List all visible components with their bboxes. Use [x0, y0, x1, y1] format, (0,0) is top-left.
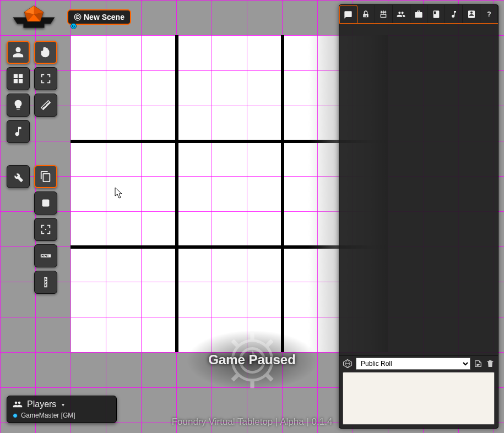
sidebar-tab-journal[interactable] [427, 5, 445, 23]
d20-icon[interactable] [343, 359, 353, 369]
svg-rect-8 [42, 200, 50, 207]
svg-marker-11 [345, 360, 350, 364]
tool-lighting-layer[interactable] [7, 94, 30, 117]
sidebar-tab-scenes[interactable] [375, 5, 393, 23]
players-toggle[interactable]: Players ▾ [13, 399, 111, 409]
tool-select[interactable] [34, 41, 57, 64]
roll-mode-select[interactable]: Public Roll Private GM Roll Blind GM Rol… [356, 358, 470, 370]
sidebar: ? Public Roll Private GM Roll Blind GM R… [339, 4, 498, 429]
players-panel: Players ▾ GameMaster [GM] [7, 396, 117, 423]
tool-layer-controls [7, 41, 30, 143]
flush-chat-icon[interactable] [486, 359, 495, 368]
tool-target[interactable] [34, 67, 57, 90]
sidebar-tab-combat[interactable] [357, 5, 375, 23]
export-chat-icon[interactable] [474, 359, 483, 368]
tool-wrench-group [7, 165, 30, 188]
sidebar-tab-actors[interactable] [393, 5, 410, 23]
scene-gm-badge: G [71, 23, 77, 29]
tool-configure[interactable] [7, 165, 30, 188]
chat-controls: Public Roll Private GM Roll Blind GM Rol… [339, 355, 498, 372]
caret-down-icon: ▾ [62, 402, 64, 408]
svg-marker-12 [345, 364, 350, 368]
sidebar-tab-compendium[interactable] [463, 5, 480, 23]
tool-ruler[interactable] [34, 94, 57, 117]
svg-text:?: ? [487, 10, 491, 18]
chat-log[interactable] [339, 24, 498, 355]
scene-navigation-tab[interactable]: New Scene [67, 9, 131, 25]
player-color-dot [13, 413, 18, 418]
tool-square[interactable] [34, 191, 57, 215]
sidebar-tab-playlists[interactable] [445, 5, 463, 23]
tool-ruler-vertical[interactable] [34, 271, 57, 294]
tool-token-layer[interactable] [7, 41, 30, 64]
tool-configure-subtools [34, 165, 57, 294]
sidebar-tab-items[interactable] [410, 5, 428, 23]
bullseye-icon [74, 13, 82, 21]
tool-token-subtools [34, 41, 57, 117]
sidebar-tabs: ? [339, 5, 498, 24]
players-header-label: Players [27, 399, 56, 409]
foundry-logo[interactable] [8, 2, 60, 30]
tool-tiles-layer[interactable] [7, 67, 30, 90]
chat-message-input[interactable] [343, 372, 495, 425]
svg-point-7 [77, 17, 78, 18]
tool-snap[interactable] [34, 218, 57, 241]
version-footer: Foundry Virtual Tabletop | Alpha | 0.1.4 [172, 416, 333, 427]
tool-copy[interactable] [34, 165, 57, 188]
sidebar-tab-chat[interactable] [339, 5, 357, 24]
tool-sounds-layer[interactable] [7, 120, 30, 143]
sidebar-tab-settings[interactable]: ? [480, 5, 498, 23]
player-name: GameMaster [GM] [21, 412, 75, 419]
tool-ruler-horizontal[interactable] [34, 244, 57, 267]
player-row[interactable]: GameMaster [GM] [13, 412, 111, 419]
scene-name: New Scene [84, 13, 124, 21]
